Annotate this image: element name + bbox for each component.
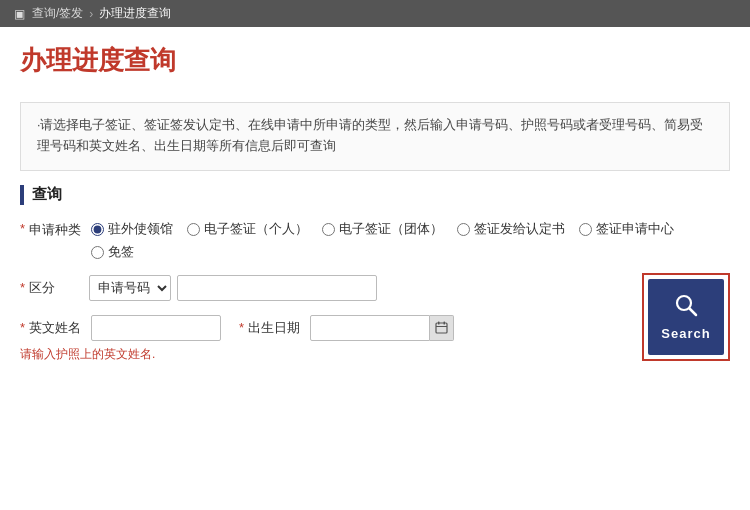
- radio-embassy[interactable]: [91, 223, 104, 236]
- name-dob-row: * 英文姓名 请输入护照上的英文姓名. * 出生日期: [20, 315, 598, 363]
- breadcrumb: ▣ 查询/签发 › 办理进度查询: [0, 0, 750, 27]
- district-select[interactable]: 申请号码: [89, 275, 171, 301]
- form-area: * 申请种类 驻外使领馆 电子签证（个人） 电子签证（团体） 签证发给认定书 签…: [0, 221, 750, 377]
- radio-cert[interactable]: [457, 223, 470, 236]
- name-field-group: * 英文姓名 请输入护照上的英文姓名.: [20, 315, 221, 363]
- radio-item-exempt[interactable]: 免签: [91, 244, 134, 261]
- district-label: 区分: [29, 279, 79, 297]
- breadcrumb-icon: ▣: [12, 7, 26, 21]
- radio-label-embassy: 驻外使领馆: [108, 221, 173, 238]
- search-button[interactable]: Search: [648, 279, 724, 355]
- search-btn-container: Search: [618, 273, 730, 361]
- radio-label-cert: 签证发给认定书: [474, 221, 565, 238]
- radio-evisa-group[interactable]: [322, 223, 335, 236]
- search-icon: [673, 292, 699, 322]
- svg-rect-0: [436, 323, 447, 333]
- breadcrumb-current: 办理进度查询: [99, 5, 171, 22]
- search-btn-wrap: Search: [642, 273, 730, 361]
- name-input[interactable]: [91, 315, 221, 341]
- district-select-group: 申请号码: [89, 275, 598, 301]
- radio-item-embassy[interactable]: 驻外使领馆: [91, 221, 173, 238]
- radio-evisa-personal[interactable]: [187, 223, 200, 236]
- dob-label: 出生日期: [248, 319, 300, 337]
- radio-item-evisa-personal[interactable]: 电子签证（个人）: [187, 221, 308, 238]
- radio-item-cert[interactable]: 签证发给认定书: [457, 221, 565, 238]
- application-type-row: * 申请种类 驻外使领馆 电子签证（个人） 电子签证（团体） 签证发给认定书 签…: [20, 221, 730, 261]
- radio-label-center: 签证申请中心: [596, 221, 674, 238]
- radio-exempt[interactable]: [91, 246, 104, 259]
- required-marker-district: *: [20, 280, 25, 295]
- name-hint: 请输入护照上的英文姓名.: [20, 346, 221, 363]
- info-box: ·请选择电子签证、签证签发认定书、在线申请中所申请的类型，然后输入申请号码、护照…: [20, 102, 730, 171]
- required-marker-name: *: [20, 320, 25, 335]
- section-heading-text: 查询: [32, 185, 62, 204]
- radio-label-exempt: 免签: [108, 244, 134, 261]
- radio-label-evisa-group: 电子签证（团体）: [339, 221, 443, 238]
- dob-field-group: * 出生日期: [239, 315, 454, 341]
- application-type-radio-group: 驻外使领馆 电子签证（个人） 电子签证（团体） 签证发给认定书 签证申请中心 免…: [91, 221, 730, 261]
- section-heading: 查询: [0, 185, 750, 205]
- district-row: * 区分 申请号码: [20, 275, 598, 301]
- radio-item-center[interactable]: 签证申请中心: [579, 221, 674, 238]
- application-type-label: 申请种类: [29, 221, 81, 239]
- page-title: 办理进度查询: [0, 27, 750, 92]
- breadcrumb-separator: ›: [89, 7, 93, 21]
- dob-input[interactable]: [310, 315, 430, 341]
- search-btn-label: Search: [661, 326, 710, 341]
- required-marker-type: *: [20, 221, 25, 236]
- radio-center[interactable]: [579, 223, 592, 236]
- name-label: 英文姓名: [29, 319, 81, 337]
- svg-rect-2: [444, 322, 446, 325]
- calendar-icon[interactable]: [430, 315, 454, 341]
- required-marker-dob: *: [239, 320, 244, 335]
- district-id-input[interactable]: [177, 275, 377, 301]
- section-heading-bar: [20, 185, 24, 205]
- radio-item-evisa-group[interactable]: 电子签证（团体）: [322, 221, 443, 238]
- date-field-wrap: [310, 315, 454, 341]
- svg-line-5: [690, 309, 697, 316]
- svg-rect-1: [438, 322, 440, 325]
- radio-label-evisa-personal: 电子签证（个人）: [204, 221, 308, 238]
- breadcrumb-parent[interactable]: 查询/签发: [32, 5, 83, 22]
